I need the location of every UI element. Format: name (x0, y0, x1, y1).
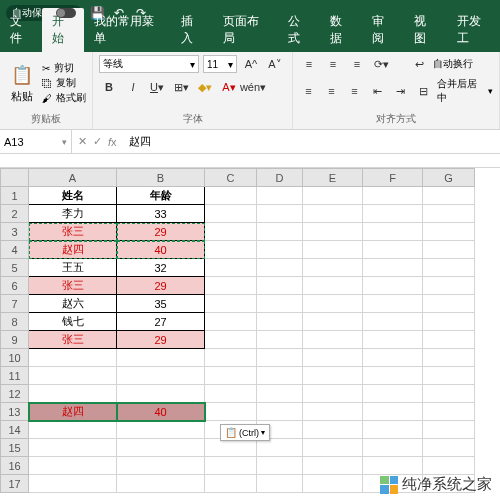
cell[interactable] (257, 295, 303, 313)
paste-button[interactable]: 📋 粘贴 (6, 61, 38, 106)
cut-button[interactable]: ✂剪切 (42, 61, 86, 75)
row-header-6[interactable]: 6 (1, 277, 29, 295)
cell[interactable] (363, 331, 423, 349)
cell[interactable] (257, 349, 303, 367)
decrease-font-icon[interactable]: A˅ (265, 54, 285, 74)
tab-custom[interactable]: 我的常用菜单 (84, 8, 171, 52)
cell[interactable] (257, 205, 303, 223)
cell[interactable] (423, 367, 475, 385)
copy-button[interactable]: ⿻复制 (42, 76, 86, 90)
align-middle-icon[interactable]: ≡ (323, 54, 343, 74)
cell[interactable] (257, 187, 303, 205)
col-header-F[interactable]: F (363, 169, 423, 187)
cell[interactable] (29, 475, 117, 493)
col-header-B[interactable]: B (117, 169, 205, 187)
cell[interactable]: 赵六 (29, 295, 117, 313)
col-header-E[interactable]: E (303, 169, 363, 187)
enter-icon[interactable]: ✓ (93, 135, 102, 148)
cell[interactable] (117, 367, 205, 385)
merge-icon[interactable]: ⊟ (414, 81, 433, 101)
row-header-17[interactable]: 17 (1, 475, 29, 493)
cell[interactable]: 35 (117, 295, 205, 313)
col-header-A[interactable]: A (29, 169, 117, 187)
cell[interactable] (423, 421, 475, 439)
cell[interactable] (205, 259, 257, 277)
wrap-text-icon[interactable]: ↩ (409, 54, 429, 74)
row-header-2[interactable]: 2 (1, 205, 29, 223)
cell[interactable]: 王五 (29, 259, 117, 277)
cell[interactable] (257, 223, 303, 241)
indent-right-icon[interactable]: ⇥ (391, 81, 410, 101)
cell[interactable] (29, 349, 117, 367)
cell[interactable] (303, 313, 363, 331)
cell[interactable] (205, 313, 257, 331)
cell[interactable] (363, 457, 423, 475)
cell[interactable] (303, 187, 363, 205)
cell[interactable] (423, 277, 475, 295)
cell[interactable] (257, 277, 303, 295)
cell[interactable]: 29 (117, 223, 205, 241)
paste-options-button[interactable]: 📋 (Ctrl) ▾ (220, 424, 270, 441)
cell[interactable] (257, 403, 303, 421)
indent-left-icon[interactable]: ⇤ (368, 81, 387, 101)
cell[interactable]: 29 (117, 277, 205, 295)
cell[interactable] (205, 385, 257, 403)
underline-button[interactable]: U▾ (147, 77, 167, 97)
align-center-icon[interactable]: ≡ (322, 81, 341, 101)
cell[interactable]: 赵四 (29, 403, 117, 421)
cell[interactable] (363, 403, 423, 421)
cell[interactable]: 29 (117, 331, 205, 349)
bold-button[interactable]: B (99, 77, 119, 97)
cell[interactable]: 钱七 (29, 313, 117, 331)
cell[interactable]: 李力 (29, 205, 117, 223)
cell[interactable] (303, 403, 363, 421)
fill-color-button[interactable]: ◆▾ (195, 77, 215, 97)
cell[interactable] (423, 331, 475, 349)
cell[interactable] (205, 295, 257, 313)
cell[interactable]: 32 (117, 259, 205, 277)
col-header-D[interactable]: D (257, 169, 303, 187)
cell[interactable] (423, 439, 475, 457)
tab-dev[interactable]: 开发工 (447, 8, 500, 52)
cell[interactable] (423, 187, 475, 205)
cell[interactable] (303, 205, 363, 223)
cell[interactable] (303, 259, 363, 277)
row-header-7[interactable]: 7 (1, 295, 29, 313)
tab-formula[interactable]: 公式 (278, 8, 320, 52)
spreadsheet-grid[interactable]: ABCDEFG1姓名年龄2李力333张三294赵四405王五326张三297赵六… (0, 168, 500, 493)
cell[interactable] (363, 313, 423, 331)
cancel-icon[interactable]: ✕ (78, 135, 87, 148)
cell[interactable] (423, 313, 475, 331)
tab-review[interactable]: 审阅 (362, 8, 404, 52)
row-header-11[interactable]: 11 (1, 367, 29, 385)
cell[interactable]: 赵四 (29, 241, 117, 259)
row-header-1[interactable]: 1 (1, 187, 29, 205)
cell[interactable] (423, 457, 475, 475)
italic-button[interactable]: I (123, 77, 143, 97)
cell[interactable] (363, 295, 423, 313)
col-header-G[interactable]: G (423, 169, 475, 187)
align-top-icon[interactable]: ≡ (299, 54, 319, 74)
cell[interactable] (423, 403, 475, 421)
cell[interactable]: 年龄 (117, 187, 205, 205)
align-bottom-icon[interactable]: ≡ (347, 54, 367, 74)
cell[interactable] (117, 349, 205, 367)
cell[interactable] (257, 457, 303, 475)
cell[interactable] (29, 421, 117, 439)
cell[interactable] (303, 223, 363, 241)
cell[interactable] (117, 475, 205, 493)
cell[interactable] (29, 367, 117, 385)
row-header-14[interactable]: 14 (1, 421, 29, 439)
row-header-9[interactable]: 9 (1, 331, 29, 349)
cell[interactable]: 27 (117, 313, 205, 331)
cell[interactable] (303, 421, 363, 439)
cell[interactable] (205, 457, 257, 475)
tab-insert[interactable]: 插入 (171, 8, 213, 52)
cell[interactable] (303, 277, 363, 295)
cell[interactable] (303, 439, 363, 457)
cell[interactable] (423, 205, 475, 223)
cell[interactable] (303, 475, 363, 493)
cell[interactable] (363, 349, 423, 367)
cell[interactable] (257, 331, 303, 349)
wrap-text-button[interactable]: 自动换行 (433, 57, 473, 71)
